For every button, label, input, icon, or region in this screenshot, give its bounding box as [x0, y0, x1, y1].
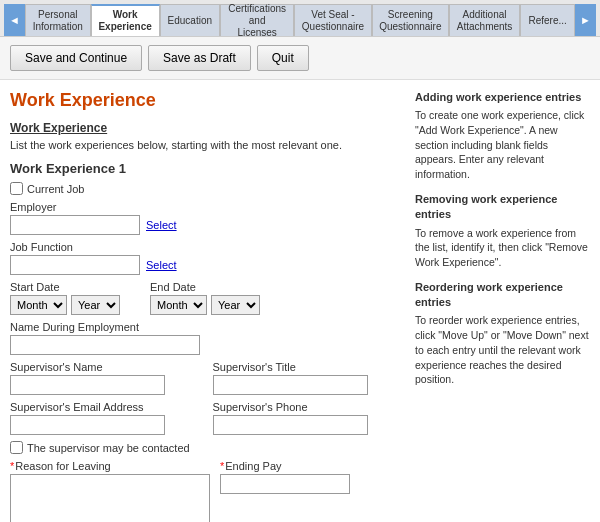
- supervisor-email-phone-row: Supervisor's Email Address Supervisor's …: [10, 401, 405, 435]
- left-panel: Work Experience Work Experience List the…: [10, 90, 405, 522]
- page-title: Work Experience: [10, 90, 405, 111]
- employer-input-group: Select: [10, 215, 405, 235]
- job-function-input-group: Select: [10, 255, 405, 275]
- ending-pay-label: Ending Pay: [220, 460, 405, 472]
- end-month-select[interactable]: Month: [150, 295, 207, 315]
- quit-button[interactable]: Quit: [257, 45, 309, 71]
- supervisor-name-col: Supervisor's Name: [10, 361, 203, 395]
- supervisor-phone-input[interactable]: [213, 415, 368, 435]
- name-employment-input[interactable]: [10, 335, 200, 355]
- nav-tabs-container: ◄ PersonalInformation WorkExperience Edu…: [0, 0, 600, 37]
- supervisor-phone-col: Supervisor's Phone: [213, 401, 406, 435]
- may-be-contacted-checkbox[interactable]: [10, 441, 23, 454]
- tab-certifications[interactable]: Certificationsand Licenses: [220, 4, 294, 36]
- reason-leaving-label: Reason for Leaving: [10, 460, 210, 472]
- reason-leaving-col: Reason for Leaving: [10, 460, 210, 522]
- start-date-label: Start Date: [10, 281, 120, 293]
- job-function-row: Job Function Select: [10, 241, 405, 275]
- start-month-select[interactable]: Month: [10, 295, 67, 315]
- supervisor-email-input[interactable]: [10, 415, 165, 435]
- supervisor-title-label: Supervisor's Title: [213, 361, 406, 373]
- current-job-checkbox[interactable]: [10, 182, 23, 195]
- name-employment-row: Name During Employment: [10, 321, 405, 355]
- help-removing-text: To remove a work experience from the lis…: [415, 226, 590, 270]
- help-adding: Adding work experience entries To create…: [415, 90, 590, 182]
- tab-education[interactable]: Education: [160, 4, 220, 36]
- supervisor-email-col: Supervisor's Email Address: [10, 401, 203, 435]
- help-reordering-title: Reordering work experience entries: [415, 280, 590, 311]
- help-adding-title: Adding work experience entries: [415, 90, 590, 105]
- right-panel: Adding work experience entries To create…: [415, 90, 590, 522]
- help-reordering: Reordering work experience entries To re…: [415, 280, 590, 387]
- ending-pay-col: Ending Pay: [220, 460, 405, 522]
- we1-title: Work Experience 1: [10, 161, 405, 176]
- supervisor-title-col: Supervisor's Title: [213, 361, 406, 395]
- tab-vet-seal[interactable]: Vet Seal -Questionnaire: [294, 4, 371, 36]
- supervisor-title-input[interactable]: [213, 375, 368, 395]
- tab-references[interactable]: Refere...: [520, 4, 575, 36]
- nav-next-button[interactable]: ►: [575, 4, 596, 36]
- start-date-group: Start Date Month Year: [10, 281, 120, 315]
- ending-pay-input[interactable]: [220, 474, 350, 494]
- end-date-group: End Date Month Year: [150, 281, 260, 315]
- start-year-select[interactable]: Year: [71, 295, 120, 315]
- date-row: Start Date Month Year End Date Month: [10, 281, 405, 315]
- section-desc: List the work experiences below, startin…: [10, 139, 405, 151]
- supervisor-name-label: Supervisor's Name: [10, 361, 203, 373]
- supervisor-name-title-row: Supervisor's Name Supervisor's Title: [10, 361, 405, 395]
- supervisor-name-input[interactable]: [10, 375, 165, 395]
- help-reordering-text: To reorder work experience entries, clic…: [415, 313, 590, 386]
- help-removing: Removing work experience entries To remo…: [415, 192, 590, 270]
- help-adding-text: To create one work experience, click "Ad…: [415, 108, 590, 181]
- supervisor-email-label: Supervisor's Email Address: [10, 401, 203, 413]
- tab-work-experience[interactable]: WorkExperience: [91, 4, 160, 36]
- current-job-row: Current Job: [10, 182, 405, 195]
- current-job-label: Current Job: [27, 183, 84, 195]
- tab-screening[interactable]: ScreeningQuestionnaire: [372, 4, 449, 36]
- tab-additional[interactable]: AdditionalAttachments: [449, 4, 520, 36]
- end-date-label: End Date: [150, 281, 260, 293]
- reason-pay-row: Reason for Leaving Ending Pay: [10, 460, 405, 522]
- employer-label: Employer: [10, 201, 405, 213]
- employer-select-link[interactable]: Select: [146, 219, 177, 231]
- nav-prev-button[interactable]: ◄: [4, 4, 25, 36]
- section-title: Work Experience: [10, 121, 405, 135]
- main-content: Work Experience Work Experience List the…: [0, 80, 600, 522]
- job-function-label: Job Function: [10, 241, 405, 253]
- end-year-select[interactable]: Year: [211, 295, 260, 315]
- save-continue-button[interactable]: Save and Continue: [10, 45, 142, 71]
- end-date-selects: Month Year: [150, 295, 260, 315]
- help-removing-title: Removing work experience entries: [415, 192, 590, 223]
- tab-personal[interactable]: PersonalInformation: [25, 4, 91, 36]
- save-draft-button[interactable]: Save as Draft: [148, 45, 251, 71]
- employer-row: Employer Select: [10, 201, 405, 235]
- job-function-select-link[interactable]: Select: [146, 259, 177, 271]
- may-be-contacted-label: The supervisor may be contacted: [27, 442, 190, 454]
- may-be-contacted-row: The supervisor may be contacted: [10, 441, 405, 454]
- job-function-input[interactable]: [10, 255, 140, 275]
- name-employment-label: Name During Employment: [10, 321, 405, 333]
- start-date-selects: Month Year: [10, 295, 120, 315]
- supervisor-phone-label: Supervisor's Phone: [213, 401, 406, 413]
- employer-input[interactable]: [10, 215, 140, 235]
- tabs-list: PersonalInformation WorkExperience Educa…: [25, 4, 575, 36]
- reason-leaving-textarea[interactable]: [10, 474, 210, 522]
- toolbar: Save and Continue Save as Draft Quit: [0, 37, 600, 80]
